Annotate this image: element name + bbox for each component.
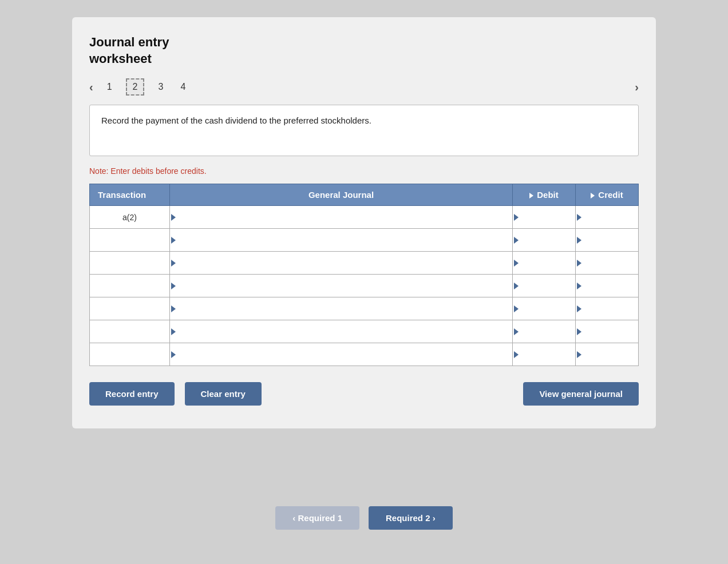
cell-arrow-debit-1 — [514, 237, 519, 244]
cell-arrow-debit-6 — [514, 351, 519, 358]
credit-cell-1[interactable] — [576, 229, 639, 252]
debit-header-arrow — [529, 193, 533, 198]
general-journal-input-3[interactable] — [170, 275, 512, 297]
debit-cell-6[interactable] — [513, 343, 576, 366]
cell-arrow-gj-0 — [171, 214, 176, 221]
transaction-cell-3 — [90, 275, 170, 297]
tab-2[interactable]: 2 — [126, 78, 145, 96]
transaction-cell-2 — [90, 252, 170, 275]
credit-cell-3[interactable] — [576, 275, 639, 297]
th-general-journal: General Journal — [170, 184, 513, 206]
transaction-cell-6 — [90, 343, 170, 366]
general-journal-cell-0[interactable] — [170, 206, 513, 229]
general-journal-input-5[interactable] — [170, 320, 512, 343]
debit-input-2[interactable] — [513, 252, 575, 274]
cell-arrow-gj-1 — [171, 237, 176, 244]
table-row — [90, 297, 639, 320]
transaction-cell-0: a(2) — [90, 206, 170, 229]
cell-arrow-gj-4 — [171, 305, 176, 312]
prev-arrow[interactable]: ‹ — [89, 81, 93, 94]
debit-cell-4[interactable] — [513, 297, 576, 320]
required-2-button[interactable]: Required 2 › — [369, 506, 453, 530]
credit-input-6[interactable] — [576, 343, 638, 366]
cell-arrow-credit-1 — [577, 237, 581, 244]
general-journal-cell-1[interactable] — [170, 229, 513, 252]
credit-input-1[interactable] — [576, 229, 638, 251]
debit-cell-3[interactable] — [513, 275, 576, 297]
cell-arrow-gj-3 — [171, 283, 176, 289]
table-row: a(2) — [90, 206, 639, 229]
debit-cell-2[interactable] — [513, 252, 576, 275]
clear-entry-button[interactable]: Clear entry — [185, 382, 262, 406]
general-journal-cell-2[interactable] — [170, 252, 513, 275]
debit-cell-0[interactable] — [513, 206, 576, 229]
cell-arrow-gj-5 — [171, 328, 176, 335]
cell-arrow-debit-4 — [514, 305, 519, 312]
cell-arrow-credit-5 — [577, 328, 581, 335]
debit-cell-5[interactable] — [513, 320, 576, 343]
th-credit: Credit — [576, 184, 639, 206]
tab-navigation: ‹ 1 2 3 4 › — [89, 78, 639, 96]
cell-arrow-gj-6 — [171, 351, 176, 358]
required-1-button[interactable]: ‹ Required 1 — [275, 506, 359, 530]
th-debit: Debit — [513, 184, 576, 206]
journal-table: Transaction General Journal Debit Credit… — [89, 184, 639, 366]
table-row — [90, 320, 639, 343]
cell-arrow-credit-6 — [577, 351, 581, 358]
tab-3[interactable]: 3 — [155, 80, 167, 94]
cell-arrow-debit-3 — [514, 283, 519, 289]
table-row — [90, 252, 639, 275]
general-journal-input-6[interactable] — [170, 343, 512, 366]
credit-cell-4[interactable] — [576, 297, 639, 320]
tab-1[interactable]: 1 — [104, 80, 116, 94]
general-journal-cell-3[interactable] — [170, 275, 513, 297]
credit-input-3[interactable] — [576, 275, 638, 297]
bottom-navigation: ‹ Required 1 Required 2 › — [0, 506, 728, 530]
cell-arrow-credit-3 — [577, 283, 581, 289]
cell-arrow-credit-2 — [577, 260, 581, 267]
cell-arrow-debit-0 — [514, 214, 519, 221]
th-transaction: Transaction — [90, 184, 170, 206]
credit-input-2[interactable] — [576, 252, 638, 274]
credit-input-5[interactable] — [576, 320, 638, 343]
cell-arrow-debit-5 — [514, 328, 519, 335]
journal-worksheet-panel: Journal entry worksheet ‹ 1 2 3 4 › Reco… — [72, 17, 656, 428]
credit-input-4[interactable] — [576, 297, 638, 320]
table-row — [90, 229, 639, 252]
transaction-cell-1 — [90, 229, 170, 252]
cell-arrow-debit-2 — [514, 260, 519, 267]
tab-4[interactable]: 4 — [177, 80, 189, 94]
cell-arrow-credit-0 — [577, 214, 581, 221]
general-journal-cell-6[interactable] — [170, 343, 513, 366]
general-journal-input-1[interactable] — [170, 229, 512, 251]
cell-arrow-credit-4 — [577, 305, 581, 312]
table-row — [90, 343, 639, 366]
transaction-cell-5 — [90, 320, 170, 343]
credit-input-0[interactable] — [576, 206, 638, 228]
general-journal-input-2[interactable] — [170, 252, 512, 274]
credit-cell-0[interactable] — [576, 206, 639, 229]
description-text: Record the payment of the cash dividend … — [101, 116, 371, 125]
note-text: Note: Enter debits before credits. — [89, 166, 639, 176]
general-journal-input-0[interactable] — [170, 206, 512, 228]
page-title: Journal entry worksheet — [89, 34, 639, 67]
debit-input-0[interactable] — [513, 206, 575, 228]
transaction-cell-4 — [90, 297, 170, 320]
general-journal-cell-4[interactable] — [170, 297, 513, 320]
debit-input-6[interactable] — [513, 343, 575, 366]
credit-cell-6[interactable] — [576, 343, 639, 366]
debit-cell-1[interactable] — [513, 229, 576, 252]
credit-cell-2[interactable] — [576, 252, 639, 275]
debit-input-5[interactable] — [513, 320, 575, 343]
description-box: Record the payment of the cash dividend … — [89, 105, 639, 156]
record-entry-button[interactable]: Record entry — [89, 382, 175, 406]
debit-input-3[interactable] — [513, 275, 575, 297]
credit-cell-5[interactable] — [576, 320, 639, 343]
debit-input-4[interactable] — [513, 297, 575, 320]
action-buttons: Record entry Clear entry View general jo… — [89, 382, 639, 406]
debit-input-1[interactable] — [513, 229, 575, 251]
general-journal-input-4[interactable] — [170, 297, 512, 320]
view-general-journal-button[interactable]: View general journal — [523, 382, 639, 406]
next-arrow[interactable]: › — [635, 81, 639, 94]
general-journal-cell-5[interactable] — [170, 320, 513, 343]
